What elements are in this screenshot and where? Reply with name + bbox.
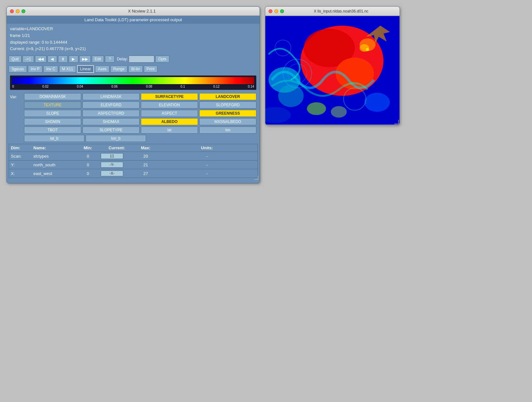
- second-maximize-button[interactable]: [280, 9, 284, 13]
- svg-point-12: [366, 48, 369, 51]
- second-window: X lis_input.nldas.noah36.d01.nc: [265, 6, 400, 125]
- bilin-button[interactable]: Bi-lin: [128, 66, 143, 73]
- colorbar-container: 0 0.02 0.04 0.06 0.08 0.1 0.12 0.14: [10, 75, 256, 90]
- var-btn-lon[interactable]: lon: [199, 127, 256, 134]
- toolbar-row-1: Quit ->1 ◀◀ ◀ ⏸ ▶ ▶▶ Edit ? Delay: Opts: [7, 54, 260, 64]
- var-btn-texture[interactable]: TEXTURE: [24, 101, 81, 109]
- var-btn-domainmask[interactable]: DOMAINMASK: [24, 93, 81, 100]
- vars-row-3: SHDMIN SHDMAX ALBEDO MXSNALBEDO: [10, 118, 256, 125]
- var-btn-lat[interactable]: lat: [141, 127, 198, 134]
- dim-header-row: Dim: Name: Min: Current: Max: Units:: [9, 144, 257, 152]
- dim-scan-label: Scan:: [11, 154, 33, 159]
- arrow1-button[interactable]: ->1: [22, 56, 34, 63]
- var-btn-albedo[interactable]: ALBEDO: [141, 118, 198, 125]
- colorbar-label-6: 0.12: [213, 85, 219, 88]
- title-bar: X Ncview 2.1.1: [7, 7, 260, 16]
- frame-info: frame 1/21: [10, 32, 256, 39]
- info-section: variable=LANDCOVER frame 1/21 displayed …: [7, 24, 260, 54]
- dim-header-min: Min:: [75, 145, 101, 150]
- second-close-button[interactable]: [269, 9, 272, 13]
- dim-y-min: 0: [75, 162, 101, 167]
- dim-scan-name: sfctypes: [33, 154, 75, 159]
- dim-scan-max: 20: [133, 154, 159, 159]
- var-btn-slopefgrd[interactable]: SLOPEFGRD: [199, 101, 256, 109]
- dim-row-y: Y: north_south 0 -Y- 21 -: [9, 161, 257, 169]
- dim-y-label: Y:: [11, 162, 33, 167]
- help-button[interactable]: ?: [105, 56, 115, 63]
- dim-x-name: east_west: [33, 171, 75, 176]
- colorbar-label-2: 0.04: [77, 85, 83, 88]
- dim-x-label: X:: [11, 171, 33, 176]
- var-btn-greenness[interactable]: GREENNESS: [199, 110, 256, 117]
- maximize-button[interactable]: [21, 9, 25, 13]
- dim-header-dim: Dim:: [11, 145, 33, 150]
- pause-button[interactable]: ⏸: [58, 56, 68, 63]
- print-button[interactable]: Print: [144, 66, 158, 73]
- var-btn-elevation[interactable]: ELEVATION: [141, 101, 198, 109]
- dim-x-units: -: [159, 171, 255, 176]
- var-btn-lat-b[interactable]: lat_b: [24, 135, 84, 142]
- dim-header-units: Units:: [159, 145, 255, 150]
- svg-point-10: [307, 102, 326, 115]
- var-btn-aspect[interactable]: ASPECT: [141, 110, 198, 117]
- close-button[interactable]: [10, 9, 14, 13]
- axes-button[interactable]: Axes: [95, 66, 109, 73]
- window-content: Land Data Toolkit (LDT) parameter-proces…: [7, 16, 260, 183]
- second-minimize-button[interactable]: [274, 9, 278, 13]
- var-btn-mxsnalbedo[interactable]: MXSNALBEDO: [199, 118, 256, 125]
- var-btn-landmask[interactable]: LANDMASK: [82, 93, 140, 100]
- map-resize-handle[interactable]: [394, 120, 399, 124]
- resize-handle[interactable]: [254, 176, 258, 180]
- delay-input[interactable]: [129, 56, 154, 63]
- fastforward-button[interactable]: ▶▶: [79, 56, 91, 63]
- var-btn-shdmin[interactable]: SHDMIN: [24, 118, 81, 125]
- colorbar-section: 0 0.02 0.04 0.06 0.08 0.1 0.12 0.14: [7, 74, 260, 91]
- back-button[interactable]: ◀: [47, 56, 57, 63]
- dim-x-current[interactable]: -X-: [101, 170, 123, 176]
- range-button[interactable]: Range: [110, 66, 127, 73]
- dim-scan-current[interactable]: 11: [101, 153, 123, 159]
- map-area: [265, 16, 399, 125]
- var-btn-surfacetype[interactable]: SURFACETYPE: [141, 93, 198, 100]
- colorbar-gradient: [12, 77, 254, 84]
- forward-button[interactable]: ▶: [69, 56, 78, 63]
- vars-row-1: TEXTURE ELEVFGRD ELEVATION SLOPEFGRD: [10, 101, 256, 109]
- var-btn-aspectfgrd[interactable]: ASPECTFGRD: [82, 110, 140, 117]
- rewind-button[interactable]: ◀◀: [35, 56, 47, 63]
- colorbar-label-5: 0.1: [181, 85, 185, 88]
- dim-y-current[interactable]: -Y-: [101, 162, 123, 168]
- dim-section: Dim: Name: Min: Current: Max: Units: Sca…: [9, 144, 258, 178]
- var-btn-tbot[interactable]: TBOT: [24, 127, 81, 134]
- var-btn-elevfgrd[interactable]: ELEVFGRD: [82, 101, 140, 109]
- colorbar-label-1: 0.02: [42, 85, 48, 88]
- dim-header-max: Max:: [133, 145, 159, 150]
- minimize-button[interactable]: [16, 9, 20, 13]
- invp-button[interactable]: Inv P: [28, 66, 42, 73]
- delay-label: Delay:: [117, 57, 128, 61]
- dim-header-current: Current:: [101, 145, 133, 150]
- invc-button[interactable]: Inv C: [43, 66, 58, 73]
- svg-point-7: [278, 85, 304, 107]
- var-btn-slopetype[interactable]: SLOPETYPE: [82, 127, 140, 134]
- svg-point-11: [331, 106, 347, 118]
- linear-button[interactable]: Linear: [77, 65, 94, 73]
- gauss-button[interactable]: 3gauss: [9, 66, 27, 73]
- colorbar-label-3: 0.06: [111, 85, 117, 88]
- svg-point-8: [365, 93, 390, 112]
- dim-scan-min: 0: [75, 154, 101, 159]
- mx11-button[interactable]: M X11: [59, 66, 76, 73]
- var-btn-landcover[interactable]: LANDCOVER: [199, 93, 256, 100]
- opts-button[interactable]: Opts: [155, 56, 169, 63]
- edit-button[interactable]: Edit: [92, 56, 104, 63]
- dim-y-units: -: [159, 162, 255, 167]
- var-btn-shdmax[interactable]: SHDMAX: [82, 118, 140, 125]
- quit-button[interactable]: Quit: [9, 56, 21, 63]
- current-info: Current: (i=9, j=21) 0.467778 (x=9, y=21…: [10, 46, 256, 52]
- dim-y-name: north_south: [33, 162, 75, 167]
- header-bar: Land Data Toolkit (LDT) parameter-proces…: [7, 16, 260, 24]
- second-window-title: X lis_input.nldas.noah36.d01.nc: [286, 9, 396, 13]
- colorbar-label-7: 0.14: [248, 85, 254, 88]
- var-btn-slope[interactable]: SLOPE: [24, 110, 81, 117]
- colorbar-labels: 0 0.02 0.04 0.06 0.08 0.1 0.12 0.14: [12, 85, 254, 88]
- var-btn-lon-b[interactable]: lon_b: [86, 135, 146, 142]
